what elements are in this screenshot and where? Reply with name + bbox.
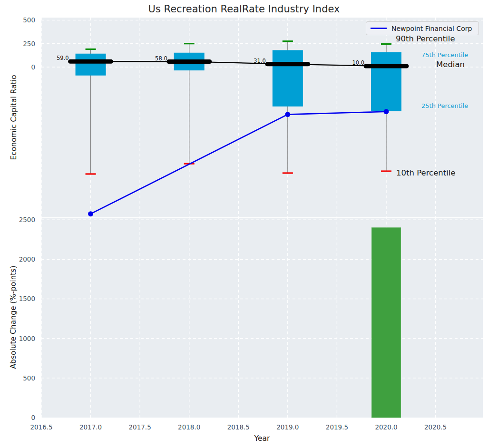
y-tick-label-bottom: 500: [0, 374, 35, 382]
company-point: [384, 109, 389, 114]
figure: Us Recreation RealRate Industry Index Ec…: [0, 0, 488, 448]
chart-title: Us Recreation RealRate Industry Index: [0, 3, 488, 15]
x-tick-label: 2017.0: [72, 423, 110, 431]
x-tick-label: 2019.5: [318, 423, 356, 431]
x-tick-label: 2016.5: [22, 423, 60, 431]
y-tick-label-top: 0: [0, 63, 35, 71]
legend: Newpoint Financial Corp: [366, 21, 479, 35]
y-tick-label-bottom: 1500: [0, 294, 35, 303]
absolute-change-bar: [372, 228, 401, 418]
annotation-25th-percentile: 25th Percentile: [421, 102, 468, 110]
y-tick-label-bottom: 2500: [0, 215, 35, 224]
x-tick-label: 2020.0: [367, 423, 405, 431]
percentile-box: [273, 50, 303, 106]
median-value-label: 10.0: [331, 58, 364, 67]
percentile-box: [371, 52, 401, 111]
company-point: [285, 112, 290, 117]
y-axis-label-bottom: Absolute Change (%-points): [9, 217, 18, 417]
x-tick-label: 2019.0: [269, 423, 307, 431]
median-value-label: 31.0: [233, 57, 266, 65]
annotation-median: Median: [436, 60, 465, 69]
annotation-90th-percentile: 90th Percentile: [396, 35, 455, 43]
y-tick-label-top: 500: [0, 16, 35, 24]
median-value-label: 58.0: [134, 54, 167, 63]
legend-line-swatch-icon: [371, 28, 387, 29]
annotation-10th-percentile: 10th Percentile: [396, 169, 456, 177]
legend-series-label: Newpoint Financial Corp: [391, 25, 472, 32]
x-tick-label: 2018.5: [219, 423, 257, 431]
y-tick-label-top: 250: [0, 39, 35, 48]
bottom-axes-background: [41, 218, 483, 418]
x-tick-label: 2017.5: [121, 423, 159, 431]
chart-canvas: [0, 0, 488, 448]
x-tick-label: 2018.0: [170, 423, 208, 431]
annotation-75th-percentile: 75th Percentile: [421, 51, 468, 59]
y-tick-label-bottom: 1000: [0, 334, 35, 343]
percentile-box: [76, 54, 106, 76]
top-axes-background: [41, 18, 483, 218]
x-tick-label: 2020.5: [417, 423, 455, 431]
y-tick-label-bottom: 2000: [0, 255, 35, 263]
median-value-label: 59.0: [36, 54, 69, 62]
x-axis-label: Year: [41, 434, 483, 443]
y-tick-label-bottom: 0: [0, 413, 35, 422]
company-point: [88, 211, 93, 216]
